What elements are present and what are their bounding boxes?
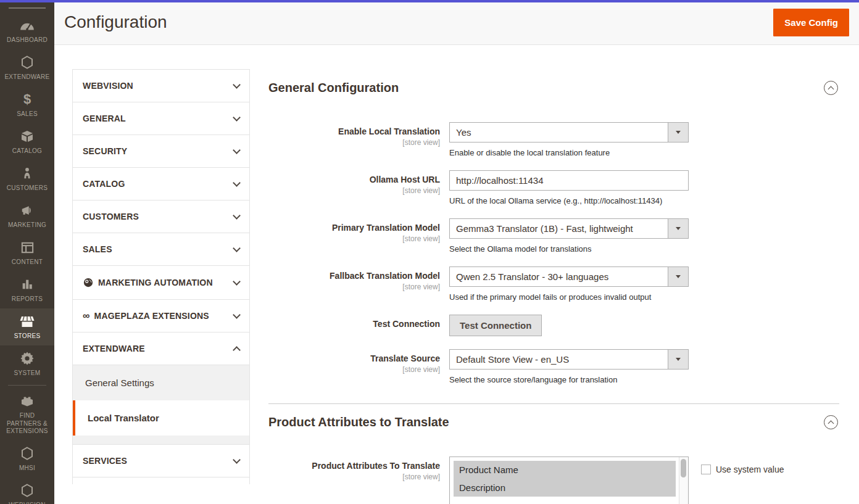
nav-section-extendware-header[interactable]: EXTENDWARE: [73, 333, 249, 365]
field-label: Fallback Translation Model: [268, 271, 440, 282]
nav-section-marketing-automation[interactable]: MARKETING AUTOMATION: [72, 265, 250, 300]
multiselect-scrollbar-thumb[interactable]: [681, 459, 686, 477]
collapse-section-icon[interactable]: [824, 81, 838, 95]
sidebar-item-customers[interactable]: CUSTOMERS: [0, 160, 54, 197]
sidebar-item-extendware[interactable]: EXTENDWARE: [0, 49, 54, 86]
field-scope: [store view]: [268, 234, 440, 243]
field-product-attributes: Product Attributes To Translate [store v…: [268, 456, 839, 504]
sidebar-label: REPORTS: [12, 295, 43, 304]
logo-placeholder: [9, 7, 46, 9]
sidebar-item-stores[interactable]: STORES: [0, 308, 54, 345]
sidebar-item-mhsi[interactable]: MHSI: [0, 440, 54, 477]
select-arrow-icon: [668, 350, 688, 369]
mageplaza-logo-icon: ∞: [83, 311, 90, 321]
select-arrow-icon: [668, 123, 688, 142]
section-title: Product Attributes to Translate: [268, 415, 449, 429]
use-system-value-label: Use system value: [716, 465, 784, 475]
hexagon-icon: [20, 482, 35, 498]
field-note: URL of the local Ollama service (e.g., h…: [449, 196, 689, 205]
field-scope: [store view]: [268, 283, 440, 291]
select-value: Qwen 2.5 Translator - 30+ languages: [456, 271, 608, 282]
chevron-up-icon: [828, 421, 834, 427]
nav-section-label: EXTENDWARE: [83, 344, 145, 353]
sidebar-label: DASHBOARD: [7, 36, 48, 44]
select-value: Yes: [456, 127, 471, 138]
field-note: Used if the primary model fails or produ…: [449, 292, 689, 302]
chevron-down-icon: [233, 456, 241, 464]
page-title: Configuration: [64, 12, 167, 32]
translate-source-select[interactable]: Default Store View - en_US: [449, 349, 689, 370]
test-connection-button[interactable]: Test Connection: [449, 315, 542, 336]
sidebar-label: EXTENDWARE: [4, 73, 49, 81]
field-label: Translate Source: [268, 353, 440, 365]
ollama-host-url-input[interactable]: [449, 170, 689, 191]
field-primary-translation-model: Primary Translation Model [store view] G…: [268, 218, 839, 254]
fallback-translation-model-select[interactable]: Qwen 2.5 Translator - 30+ languages: [449, 266, 689, 287]
storefront-icon: [19, 313, 35, 329]
sidebar-label: CUSTOMERS: [7, 184, 48, 192]
nav-section-security[interactable]: SECURITY: [72, 134, 250, 168]
nav-section-label: WEBVISION: [83, 81, 133, 91]
field-ollama-host-url: Ollama Host URL [store view] URL of the …: [268, 170, 839, 205]
content: WEBVISION GENERAL SECURITY: [54, 45, 859, 504]
nav-section-label: MARKETING AUTOMATION: [98, 278, 213, 287]
nav-section-label: SERVICES: [83, 456, 127, 466]
sidebar-item-content[interactable]: CONTENT: [0, 234, 54, 271]
multiselect-option-product-name[interactable]: Product Name: [454, 461, 676, 479]
nav-section-services[interactable]: SERVICES: [72, 444, 250, 477]
collapse-section-icon[interactable]: [824, 415, 838, 429]
nav-item-local-translator[interactable]: Local Translator: [73, 400, 249, 436]
nav-section-label: CATALOG: [83, 179, 125, 189]
nav-section-sales[interactable]: SALES: [72, 233, 250, 266]
sidebar-item-system[interactable]: SYSTEM: [0, 345, 54, 382]
nav-section-label: CUSTOMERS: [83, 212, 139, 221]
gauge-icon: [19, 17, 35, 33]
sidebar-item-webvision[interactable]: WEBVISION: [0, 477, 54, 504]
megaphone-icon: [20, 202, 35, 218]
sidebar-item-sales[interactable]: $ SALES: [0, 86, 54, 123]
gear-icon: [20, 350, 35, 366]
chevron-down-icon: [233, 81, 241, 89]
sidebar-item-reports[interactable]: REPORTS: [0, 271, 54, 308]
nav-section-webvision[interactable]: WEBVISION: [72, 69, 250, 102]
select-arrow-icon: [668, 267, 688, 286]
sidebar-label: CONTENT: [12, 258, 43, 266]
nav-section-catalog[interactable]: CATALOG: [72, 167, 250, 200]
box-icon: [20, 128, 35, 144]
field-scope: [store view]: [268, 186, 440, 195]
marketing-automation-logo-icon: [83, 277, 94, 288]
product-attributes-multiselect[interactable]: Product Name Description: [449, 456, 689, 504]
sidebar-item-marketing[interactable]: MARKETING: [0, 197, 54, 234]
sidebar-label: STORES: [14, 333, 41, 341]
use-system-value: Use system value: [701, 456, 784, 504]
save-config-button[interactable]: Save Config: [773, 9, 849, 36]
nav-section-label: MAGEPLAZA EXTENSIONS: [94, 311, 209, 321]
sidebar-item-dashboard[interactable]: DASHBOARD: [0, 12, 54, 49]
field-label: Primary Translation Model: [268, 223, 440, 234]
sidebar-label: MHSI: [19, 465, 35, 473]
general-configuration-section-header: General Configuration: [268, 81, 838, 95]
chevron-down-icon: [233, 311, 241, 319]
bar-chart-icon: [20, 276, 34, 292]
sidebar-divider: [8, 385, 46, 386]
field-test-connection: Test Connection Test Connection: [268, 315, 839, 336]
nav-section-customers[interactable]: CUSTOMERS: [72, 200, 250, 233]
sidebar-label: MARKETING: [8, 221, 46, 229]
nav-section-general[interactable]: GENERAL: [72, 102, 250, 135]
field-label: Product Attributes To Translate: [268, 461, 440, 472]
use-system-value-checkbox[interactable]: [701, 465, 711, 474]
multiselect-option-description[interactable]: Description: [454, 479, 676, 497]
nav-item-general-settings[interactable]: General Settings: [73, 365, 249, 400]
admin-app: DASHBOARD EXTENDWARE $ SALES CATALOG CUS…: [0, 0, 859, 504]
chevron-up-icon: [233, 346, 241, 354]
product-attributes-section-header: Product Attributes to Translate: [268, 415, 838, 429]
nav-section-mageplaza-extensions[interactable]: ∞ MAGEPLAZA EXTENSIONS: [72, 299, 250, 333]
enable-local-translation-select[interactable]: Yes: [449, 122, 689, 143]
field-translate-source: Translate Source [store view] Default St…: [268, 349, 839, 384]
field-label: Enable Local Translation: [268, 126, 440, 138]
field-scope: [store view]: [268, 138, 440, 147]
primary-translation-model-select[interactable]: Gemma3 Translator (1B) - Fast, lightweig…: [449, 218, 689, 239]
chevron-down-icon: [233, 212, 241, 220]
sidebar-item-catalog[interactable]: CATALOG: [0, 123, 54, 160]
sidebar-item-find-partners[interactable]: FIND PARTNERS & EXTENSIONS: [0, 388, 54, 440]
